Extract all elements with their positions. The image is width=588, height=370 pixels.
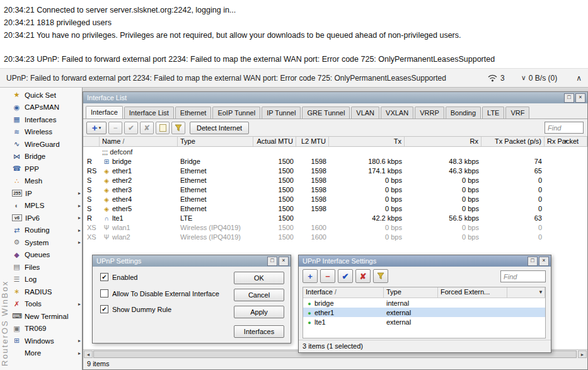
tab-interface-list[interactable]: Interface List [124, 107, 174, 119]
filter-button[interactable] [171, 122, 185, 134]
upnp-row-lte1[interactable]: ●lte1 external [303, 317, 545, 327]
table-row-lte1[interactable]: R ∩lte1 LTE 1500 42.2 kbps 56.5 kbps 63 [83, 213, 587, 223]
close-button[interactable]: × [279, 257, 289, 266]
restore-button[interactable]: □ [527, 257, 538, 266]
sidebar-item-files[interactable]: ▤ Files [9, 261, 82, 274]
add-button[interactable]: + ▾ [86, 122, 107, 134]
disable-button[interactable]: ✘ [355, 269, 371, 283]
remove-button[interactable]: − [108, 122, 122, 134]
allow-disable-external-checkbox[interactable] [100, 289, 108, 298]
tab-vrrp[interactable]: VRRP [415, 107, 444, 119]
close-button[interactable]: × [575, 93, 585, 103]
sidebar-item-routing[interactable]: ⇄ Routing ▸ [9, 224, 82, 237]
table-row-wlan1[interactable]: XS Ψwlan1 Wireless (IPQ4019) 1500 1600 0… [83, 223, 587, 232]
disable-button[interactable]: ✘ [140, 122, 154, 134]
sidebar-item-tr069[interactable]: ▣ TR069 [9, 323, 82, 335]
interface-list-titlebar[interactable]: Interface List □ × [83, 92, 587, 103]
add-button[interactable]: + [303, 269, 318, 283]
sidebar-item-bridge[interactable]: ⋈ Bridge [9, 151, 82, 163]
row-interface: ●ether1 [303, 309, 384, 316]
detect-internet-button[interactable]: Detect Internet [190, 122, 249, 134]
find-input[interactable] [500, 270, 546, 282]
upnp-row-ether1[interactable]: ●ether1 external [303, 308, 545, 317]
interface-column-header[interactable]: Interface / [303, 287, 384, 298]
wifi-indicator[interactable]: 3 [487, 74, 505, 83]
ok-button[interactable]: OK [234, 272, 284, 284]
type-column-header[interactable]: Type [178, 137, 253, 146]
table-row-ether4[interactable]: S ◈ether4 Ethernet 1500 1598 0 bps 0 bps… [83, 194, 587, 204]
ethernet-interface-icon: ◈ [102, 187, 111, 194]
sidebar-item-mpls[interactable]: ◐ MPLS ▸ [9, 200, 82, 212]
sidebar-item-windows[interactable]: ⊞ Windows ▸ [9, 335, 82, 347]
tab-vlan[interactable]: VLAN [351, 107, 379, 119]
sidebar-item-capsman[interactable]: ◉ CAPsMAN [9, 101, 82, 114]
cancel-button[interactable]: Cancel [234, 289, 284, 301]
sidebar-item-wireless[interactable]: ≋ Wireless [9, 126, 82, 139]
row-name: ◈ether5 [100, 205, 178, 212]
comment-button[interactable] [156, 122, 170, 134]
sidebar-item-interfaces[interactable]: ▦ Interfaces [9, 113, 82, 126]
column-select-button[interactable]: ▼ [538, 289, 543, 295]
upnp-settings-titlebar[interactable]: UPnP Settings □ × [93, 255, 291, 267]
filter-button[interactable] [373, 269, 388, 283]
flags-column-header[interactable] [83, 137, 100, 146]
l2-mtu-column-header[interactable]: L2 MTU [296, 137, 329, 146]
sidebar-item-new-terminal[interactable]: ⌨ New Terminal [9, 310, 82, 323]
remove-button[interactable]: − [320, 269, 335, 283]
sidebar-item-ip[interactable]: 255 IP ▸ [9, 187, 82, 200]
sidebar-item-more[interactable]: More ▸ [9, 347, 82, 360]
sidebar-item-mesh[interactable]: ∴ Mesh [9, 175, 82, 188]
forced-external-column-header[interactable]: Forced Extern... [438, 287, 507, 298]
type-column-header[interactable]: Type [384, 287, 438, 298]
table-row-wlan2[interactable]: XS Ψwlan2 Wireless (IPQ4019) 1500 1600 0… [83, 232, 587, 241]
tab-eoip-tunnel[interactable]: EoIP Tunnel [212, 107, 260, 119]
tx-packet-column-header[interactable]: Tx Packet (p/s) [481, 137, 545, 146]
tab-ip-tunnel[interactable]: IP Tunnel [262, 107, 301, 119]
scroll-left-icon[interactable]: ◄ [84, 350, 93, 358]
find-input[interactable] [545, 122, 584, 134]
table-row-ether2[interactable]: S ◈ether2 Ethernet 1500 1598 0 bps 0 bps… [83, 175, 587, 185]
tab-ethernet[interactable]: Ethernet [175, 107, 212, 119]
sidebar-item-wireguard[interactable]: ∿ WireGuard [9, 138, 82, 151]
table-row-ether1[interactable]: RS ◈ether1 Ethernet 1500 1598 174.1 kbps… [83, 166, 587, 175]
scroll-right-icon[interactable]: ► [578, 350, 587, 358]
tab-vxlan[interactable]: VXLAN [381, 107, 413, 119]
row-tx-packet: 0 [481, 195, 545, 203]
table-row-bridge[interactable]: R ⊞bridge Bridge 1500 1598 180.6 kbps 48… [83, 156, 587, 166]
restore-button[interactable]: □ [564, 93, 574, 103]
name-column-header[interactable]: Name / [100, 137, 178, 146]
tx-column-header[interactable]: Tx [329, 137, 405, 146]
apply-button[interactable]: Apply [234, 306, 284, 318]
upnp-interface-settings-titlebar[interactable]: UPnP Interface Settings □ × [299, 255, 551, 267]
actual-mtu-column-header[interactable]: Actual MTU [253, 137, 296, 146]
comment-row[interactable]: ;;; defconf [83, 147, 587, 156]
enabled-checkbox[interactable]: ✔ [100, 273, 108, 281]
enable-button[interactable]: ✔ [338, 269, 353, 283]
tab-lte[interactable]: LTE [482, 107, 504, 119]
sidebar-item-system[interactable]: ⚙ System ▸ [9, 236, 82, 249]
sidebar-item-quick-set[interactable]: ★ Quick Set [9, 89, 82, 101]
restore-button[interactable]: □ [267, 257, 277, 266]
tab-interface[interactable]: Interface [86, 106, 123, 119]
table-row-ether3[interactable]: S ◈ether3 Ethernet 1500 1598 0 bps 0 bps… [83, 185, 587, 194]
sidebar-item-ipv6[interactable]: v6 IPv6 ▸ [9, 212, 82, 224]
upnp-row-bridge[interactable]: ●bridge internal [303, 298, 545, 308]
rx-column-header[interactable]: Rx [405, 137, 481, 146]
close-button[interactable]: × [539, 257, 549, 266]
sidebar-item-log[interactable]: ☰ Log [9, 274, 82, 286]
download-rate-indicator[interactable]: ∨ 0 B/s (0) [521, 74, 557, 83]
tab-bonding[interactable]: Bonding [446, 107, 481, 119]
sidebar-item-radius[interactable]: ∗ RADIUS [9, 286, 82, 298]
sidebar-item-tools[interactable]: ✗ Tools ▸ [9, 298, 82, 311]
chevron-up-icon[interactable]: ∧ [576, 74, 582, 83]
show-dummy-rule-checkbox[interactable]: ✔ [100, 305, 108, 313]
interfaces-button[interactable]: Interfaces [234, 325, 284, 338]
column-select-button[interactable]: ▼ [563, 139, 568, 144]
enable-button[interactable]: ✔ [124, 122, 138, 134]
tab-gre-tunnel[interactable]: GRE Tunnel [302, 107, 350, 119]
sidebar-item-ppp[interactable]: ☎ PPP [9, 163, 82, 175]
table-row-ether5[interactable]: S ◈ether5 Ethernet 1500 1598 0 bps 0 bps… [83, 204, 587, 213]
sidebar-item-queues[interactable]: ◆ Queues [9, 249, 82, 262]
tab-vrf[interactable]: VRF [505, 107, 529, 119]
sidebar-item-label: PPP [25, 165, 39, 173]
